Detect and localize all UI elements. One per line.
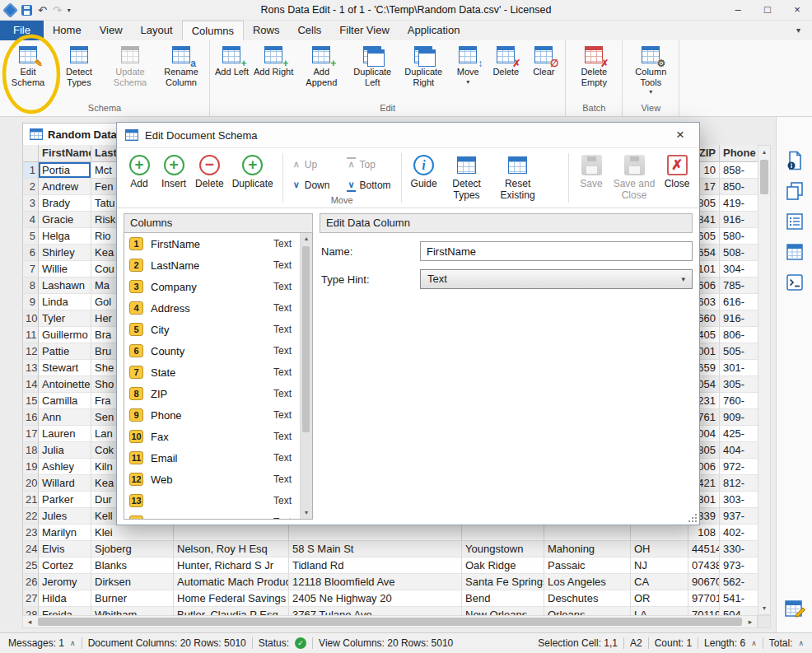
menu-application[interactable]: Application (399, 21, 469, 40)
cell-city[interactable]: Bend (462, 590, 544, 607)
menu-view[interactable]: View (91, 21, 132, 40)
row-number[interactable]: 1 (23, 162, 39, 179)
menu-home[interactable]: Home (44, 21, 91, 40)
qat-dropdown-icon[interactable]: ▾ (68, 7, 71, 14)
cell-firstname[interactable]: Helga (39, 228, 91, 245)
cell-firstname[interactable]: Antoinette (39, 376, 91, 393)
schema-column-item[interactable]: 13 Text (124, 490, 300, 511)
cell-firstname[interactable]: Guillermo (39, 327, 91, 343)
cell-firstname[interactable]: Pattie (39, 343, 91, 360)
cell-firstname[interactable]: Willard (39, 475, 91, 492)
save-icon[interactable] (21, 5, 32, 16)
cell-zip[interactable]: 97701 (688, 590, 720, 607)
cell-address[interactable] (289, 525, 462, 541)
vertical-scroll-thumb[interactable] (760, 160, 768, 194)
cell-firstname[interactable]: Linda (39, 294, 91, 310)
cell-company[interactable] (174, 525, 289, 541)
cell-phone[interactable]: 505- (720, 343, 758, 360)
rename-column-button[interactable]: a Rename Column (156, 43, 207, 91)
schema-delete-button[interactable]: Delete (191, 152, 228, 194)
cell-phone[interactable]: 508- (720, 245, 758, 261)
cell-zip[interactable]: 44514 (688, 541, 720, 557)
minimize-button[interactable]: – (723, 0, 753, 20)
row-number[interactable]: 17 (23, 426, 39, 442)
cell-phone[interactable]: 402- (720, 525, 758, 541)
console-icon[interactable] (782, 270, 807, 295)
row-number[interactable]: 19 (23, 459, 39, 475)
grid-view-icon[interactable] (782, 240, 807, 264)
dialog-title-bar[interactable]: Edit Document Schema × (117, 123, 699, 147)
expand-length-icon[interactable]: ∧ (751, 639, 757, 647)
cell-phone[interactable]: 304- (720, 261, 758, 278)
cell-county[interactable]: Orleans (544, 607, 631, 615)
row-number[interactable]: 3 (23, 195, 39, 212)
scroll-left-icon[interactable]: ◂ (23, 618, 36, 626)
cell-city[interactable]: Santa Fe Springs (462, 574, 544, 590)
menu-columns[interactable]: Columns (182, 21, 244, 40)
cell-firstname[interactable]: Elvis (39, 541, 91, 557)
cell-firstname[interactable]: Ann (39, 409, 91, 426)
add-left-button[interactable]: + Add Left (212, 43, 251, 81)
cell-state[interactable]: OR (631, 590, 688, 607)
cell-zip[interactable]: 108 (688, 525, 720, 541)
schema-column-item[interactable]: 11 Email Text (124, 447, 300, 469)
name-input[interactable] (420, 241, 693, 261)
move-down-button[interactable]: ∨ Down (290, 175, 334, 194)
close-button[interactable]: × (782, 0, 812, 20)
cell-firstname[interactable]: Ashley (39, 459, 91, 475)
cell-phone[interactable]: 330- (720, 541, 758, 557)
cell-firstname[interactable]: Marilyn (39, 525, 91, 541)
detect-types-button[interactable]: Detect Types (441, 152, 492, 205)
cell-company[interactable]: Home Federal Savings Bank (174, 590, 289, 607)
cell-phone[interactable]: 806- (720, 327, 758, 343)
edit-table-icon[interactable] (782, 596, 807, 621)
row-number[interactable]: 20 (23, 475, 39, 492)
cell-phone[interactable]: 909- (720, 409, 758, 426)
cell-firstname[interactable]: Tyler (39, 310, 91, 327)
save-button[interactable]: Save (574, 152, 609, 194)
scroll-down-icon[interactable]: ▾ (758, 602, 770, 614)
cell-county[interactable]: Mahoning (544, 541, 631, 557)
cell-company[interactable]: Automatic Mach Products Co (174, 574, 289, 590)
row-number[interactable]: 10 (23, 310, 39, 327)
menu-rows[interactable]: Rows (244, 21, 289, 40)
cell-lastname[interactable]: Burner (91, 590, 174, 607)
cell-phone[interactable]: 812- (720, 475, 758, 492)
horizontal-scroll-thumb[interactable] (38, 618, 742, 626)
row-number[interactable]: 26 (23, 574, 39, 590)
cell-address[interactable]: 2405 Ne Highway 20 (289, 590, 462, 607)
schema-column-item[interactable]: 5 City Text (124, 319, 300, 340)
schema-column-item[interactable]: 9 Phone Text (124, 404, 300, 426)
add-append-button[interactable]: + Add Append (296, 43, 347, 91)
cell-state[interactable]: OH (631, 541, 688, 557)
row-number[interactable]: 14 (23, 376, 39, 393)
menu-layout[interactable]: Layout (132, 21, 182, 40)
delete-empty-button[interactable]: ✗ Delete Empty (568, 43, 619, 91)
schema-column-item[interactable]: 4 Address Text (124, 297, 300, 319)
cell-firstname[interactable]: Camilla (39, 393, 91, 409)
cell-city[interactable] (462, 525, 544, 541)
cell-lastname[interactable]: Sjoberg (91, 541, 174, 557)
cell-phone[interactable]: 305- (720, 376, 758, 393)
cell-phone[interactable]: 760- (720, 393, 758, 409)
scroll-up-icon[interactable]: ▴ (758, 146, 770, 158)
row-number[interactable]: 21 (23, 492, 39, 508)
update-schema-button[interactable]: Update Schema (105, 43, 156, 91)
cell-city[interactable]: Youngstown (462, 541, 544, 557)
row-number[interactable]: 6 (23, 245, 39, 261)
cell-state[interactable]: LA (631, 607, 688, 615)
expand-total-icon[interactable]: ∧ (798, 639, 804, 647)
schema-column-item[interactable]: 2 LastName Text (124, 254, 300, 276)
scroll-down-icon[interactable]: ▾ (301, 507, 312, 519)
cell-county[interactable]: Passaic (544, 557, 631, 574)
cell-firstname[interactable]: Andrew (39, 179, 91, 195)
cell-firstname[interactable]: Hilda (39, 590, 91, 607)
cell-firstname[interactable]: Lauren (39, 426, 91, 442)
detect-types-button[interactable]: Detect Types (54, 43, 105, 91)
row-number[interactable]: 23 (23, 525, 39, 541)
menu-file[interactable]: File (0, 21, 44, 40)
row-number[interactable]: 4 (23, 212, 39, 228)
cell-firstname[interactable]: Brady (39, 195, 91, 212)
menu-filter-view[interactable]: Filter View (330, 21, 398, 40)
save-and-close-button[interactable]: Save and Close (609, 152, 660, 205)
